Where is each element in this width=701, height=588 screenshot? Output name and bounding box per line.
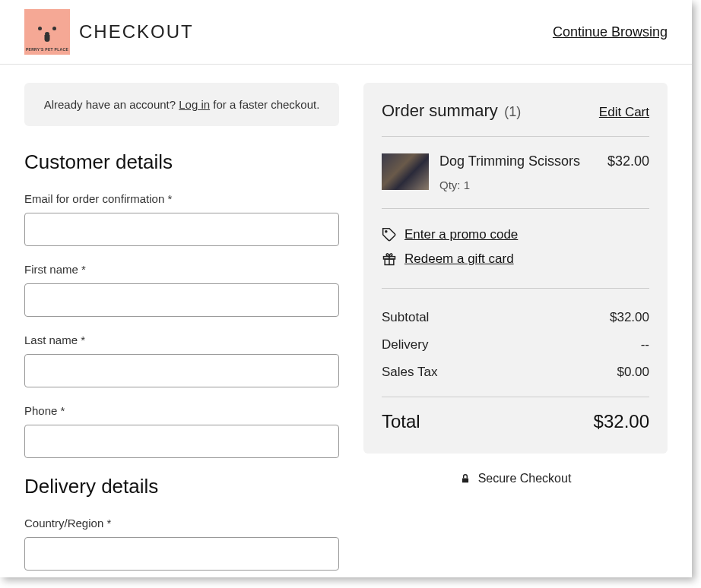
secure-checkout: Secure Checkout	[363, 472, 668, 485]
total-label: Total	[382, 411, 420, 432]
email-label: Email for order confirmation *	[24, 192, 339, 205]
total-value: $32.00	[594, 411, 649, 432]
summary-title: Order summary	[382, 101, 498, 120]
login-banner-suffix: for a faster checkout.	[210, 98, 319, 111]
logo[interactable]: PERRY'S PET PLACE	[24, 9, 70, 55]
country-label: Country/Region *	[24, 517, 339, 530]
first-name-input[interactable]	[24, 283, 339, 317]
item-price: $32.00	[607, 153, 649, 191]
delivery-details-heading: Delivery details	[24, 475, 339, 498]
edit-cart-link[interactable]: Edit Cart	[599, 105, 649, 120]
country-input[interactable]	[24, 537, 339, 571]
summary-count: (1)	[504, 104, 521, 119]
customer-details-heading: Customer details	[24, 150, 339, 174]
login-banner: Already have an account? Log in for a fa…	[24, 83, 339, 126]
page-title: CHECKOUT	[79, 21, 194, 43]
product-image	[382, 153, 429, 190]
tag-icon	[382, 227, 397, 242]
svg-point-0	[385, 231, 387, 232]
tax-label: Sales Tax	[382, 365, 437, 380]
delivery-value: --	[641, 337, 649, 352]
gift-icon	[382, 251, 397, 267]
promo-code-link[interactable]: Enter a promo code	[404, 227, 518, 242]
continue-browsing-link[interactable]: Continue Browsing	[553, 24, 668, 40]
header-left: PERRY'S PET PLACE CHECKOUT	[24, 9, 194, 55]
last-name-label: Last name *	[24, 334, 339, 346]
phone-label: Phone *	[24, 404, 339, 417]
login-link[interactable]: Log in	[179, 98, 210, 111]
subtotal-label: Subtotal	[382, 310, 429, 325]
gift-card-link[interactable]: Redeem a gift card	[404, 251, 514, 267]
svg-rect-4	[462, 478, 468, 482]
cart-item: Dog Trimming Scissors Qty: 1 $32.00	[382, 137, 649, 209]
delivery-label: Delivery	[382, 337, 428, 352]
login-banner-prefix: Already have an account?	[44, 98, 179, 111]
order-summary: Order summary (1) Edit Cart Dog Trimming…	[363, 83, 668, 454]
logo-text: PERRY'S PET PLACE	[26, 47, 68, 52]
header: PERRY'S PET PLACE CHECKOUT Continue Brow…	[0, 0, 692, 65]
first-name-label: First name *	[24, 263, 339, 276]
tax-value: $0.00	[617, 365, 649, 380]
subtotal-value: $32.00	[610, 310, 649, 325]
phone-input[interactable]	[24, 425, 339, 458]
lock-icon	[460, 473, 471, 485]
email-input[interactable]	[24, 213, 339, 246]
item-name: Dog Trimming Scissors	[439, 153, 597, 169]
secure-checkout-label: Secure Checkout	[478, 472, 572, 485]
item-qty: Qty: 1	[439, 179, 597, 191]
last-name-input[interactable]	[24, 354, 339, 387]
